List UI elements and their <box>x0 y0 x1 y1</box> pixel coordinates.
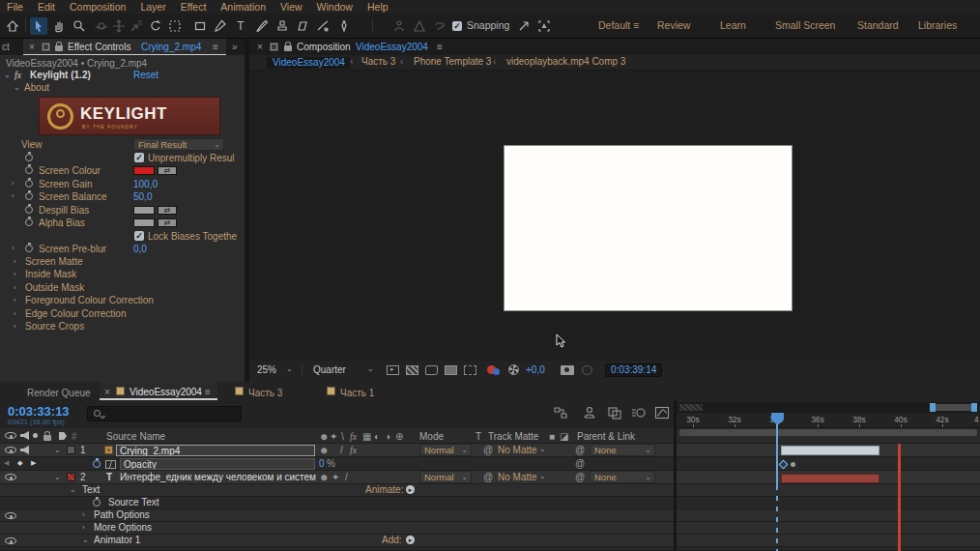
frame-blending-icon[interactable] <box>606 405 623 422</box>
layer1-name[interactable]: Crying_2.mp4 <box>116 445 315 456</box>
tab-render-queue[interactable]: Render Queue <box>27 388 91 398</box>
about-label[interactable]: About <box>24 82 49 93</box>
workspace-standard[interactable]: Standard <box>857 19 899 31</box>
layer1-video-icon[interactable] <box>5 447 16 453</box>
breadcrumb-current[interactable]: VideoEssay2004 <box>267 57 351 69</box>
opacity-property-row[interactable]: ◀ ◆ ▶ Opacity 0 % @ <box>0 457 980 471</box>
layer2-mode-dropdown[interactable]: Normal⌄ <box>419 471 472 483</box>
collapse-chevron[interactable]: ⌄ <box>4 71 11 79</box>
source-text-row[interactable]: Source Text <box>0 497 980 509</box>
menu-view[interactable]: View <box>280 1 303 13</box>
screen-colour-swatch[interactable] <box>133 166 155 175</box>
chevron-right-icon[interactable]: › <box>14 296 16 304</box>
chevron-right-icon[interactable]: › <box>12 179 14 188</box>
workspace-small-screen[interactable]: Small Screen <box>775 19 835 31</box>
animator-label[interactable]: Animator 1 <box>94 535 140 545</box>
screen-gain-stopwatch-icon[interactable] <box>25 180 33 188</box>
breadcrumb-phone-template[interactable]: Phone Template 3 <box>414 56 491 67</box>
tab-overflow-icon[interactable]: » <box>232 42 238 52</box>
chevron-right-icon[interactable]: › <box>14 309 16 318</box>
breadcrumb-part3[interactable]: Часть 3 <box>361 56 395 67</box>
path-options-chevron[interactable]: › <box>82 510 85 519</box>
tab-videoessay2004[interactable]: × VideoEssay2004 ≡ <box>100 382 217 400</box>
chevron-right-icon[interactable]: › <box>12 244 14 252</box>
close-icon[interactable]: × <box>104 387 110 397</box>
menu-edit[interactable]: Edit <box>38 1 55 13</box>
alpha-bias-swatch[interactable] <box>133 218 155 227</box>
group-foreground-cc[interactable]: Foreground Colour Correction <box>25 295 154 305</box>
layer1-fx-icon[interactable]: fx <box>350 445 357 455</box>
chevron-right-icon[interactable]: › <box>14 283 16 292</box>
close-icon[interactable]: × <box>257 42 263 52</box>
group-edge-cc[interactable]: Edge Colour Correction <box>25 308 127 319</box>
mode-column[interactable]: Mode <box>419 431 444 442</box>
source-text-label[interactable]: Source Text <box>108 497 159 508</box>
shy-icon[interactable] <box>581 405 598 422</box>
snapshot-camera-icon[interactable] <box>561 365 574 375</box>
time-ruler[interactable]: 30s 32s 34s 36s 38s 40s 42s 4 <box>677 413 980 428</box>
roto-brush-tool-icon[interactable] <box>314 17 331 35</box>
alpha-bias-eyedropper[interactable]: ⇄ <box>158 218 177 227</box>
selection-tool-icon[interactable] <box>30 17 47 35</box>
playhead-line-dashed[interactable] <box>776 485 778 551</box>
rotation-tool-icon[interactable] <box>147 17 164 35</box>
screen-gain-value[interactable]: 100,0 <box>133 179 158 189</box>
opacity-stopwatch-icon[interactable] <box>93 460 101 468</box>
group-screen-matte[interactable]: Screen Matte <box>25 256 82 267</box>
workspace-default[interactable]: Default <box>598 19 630 31</box>
layer1-mode-dropdown[interactable]: Normal⌄ <box>419 444 472 456</box>
navigator-bar[interactable] <box>936 404 971 411</box>
hand-tool-icon[interactable] <box>50 17 68 35</box>
transparency-grid-icon[interactable] <box>406 365 418 375</box>
opacity-value[interactable]: 0 <box>319 458 325 469</box>
about-chevron[interactable]: ⌄ <box>14 83 20 92</box>
playhead-line[interactable] <box>776 424 778 485</box>
menu-effect[interactable]: Effect <box>181 1 207 13</box>
layer2-expand-chevron[interactable]: ⌄ <box>54 473 61 481</box>
layer2-parent-pickwhip-icon[interactable]: @ <box>575 472 585 482</box>
graph-editor-icon[interactable] <box>653 405 671 422</box>
orbit-camera-tool-icon[interactable] <box>93 17 110 35</box>
add-button[interactable]: ▸ <box>406 536 415 544</box>
tab-title[interactable]: Composition <box>297 42 351 52</box>
navigator-handle-right[interactable] <box>971 403 977 412</box>
animator-eye-icon[interactable] <box>5 537 16 544</box>
parent-link-column[interactable]: Parent & Link <box>577 431 635 442</box>
animator-chevron[interactable]: ⌄ <box>82 536 89 544</box>
timeline-search-input[interactable]: ▾ <box>87 406 242 421</box>
project-tab-partial[interactable]: ct <box>2 42 10 52</box>
group-outside-mask[interactable]: Outside Mask <box>25 282 84 293</box>
screen-preblur-stopwatch-icon[interactable] <box>25 245 33 252</box>
comp-timecode[interactable]: 0:03:39:14 <box>605 363 662 377</box>
text-group-row[interactable]: ⌄ Text Animate: ▸ <box>0 484 980 497</box>
menu-file[interactable]: File <box>7 1 23 13</box>
layer2-collapse-icon[interactable]: ✦ <box>331 472 339 482</box>
roto-person-icon[interactable] <box>390 17 408 35</box>
workspace-menu-icon[interactable]: ≡ <box>633 19 639 31</box>
screen-balance-value[interactable]: 50,0 <box>133 191 152 202</box>
layer2-duration-bar[interactable] <box>781 474 879 483</box>
group-inside-mask[interactable]: Inside Mask <box>25 269 76 279</box>
lock-icon[interactable] <box>55 45 63 51</box>
exposure-shutter-icon[interactable] <box>508 364 519 375</box>
reset-button[interactable]: Reset <box>133 70 159 80</box>
composition-flowchart-icon[interactable] <box>552 405 569 422</box>
more-options-chevron[interactable]: › <box>82 523 85 532</box>
pen-tool-icon[interactable] <box>212 17 229 35</box>
lock-biases-checkbox[interactable]: ✓ <box>134 231 144 241</box>
layer2-parent-dropdown[interactable]: None⌄ <box>590 471 655 483</box>
tab-part3[interactable]: Часть 3 <box>248 388 282 398</box>
source-text-stopwatch-icon[interactable] <box>93 499 101 507</box>
shape-tool-icon[interactable] <box>191 17 209 35</box>
menu-animation[interactable]: Animation <box>220 1 266 13</box>
screen-balance-stopwatch-icon[interactable] <box>25 192 33 200</box>
chevron-right-icon[interactable]: › <box>14 322 16 331</box>
more-options-label[interactable]: More Options <box>94 522 152 533</box>
motion-blur-icon[interactable] <box>630 405 648 422</box>
zoom-level[interactable]: 25% <box>257 364 276 375</box>
layer2-quality-icon[interactable]: / <box>345 472 348 482</box>
opacity-keyframe-2[interactable] <box>791 462 795 467</box>
keyframe-prev-icon[interactable]: ◀ <box>4 459 9 467</box>
refine-edge-icon[interactable] <box>411 17 428 35</box>
menu-composition[interactable]: Composition <box>70 1 126 13</box>
